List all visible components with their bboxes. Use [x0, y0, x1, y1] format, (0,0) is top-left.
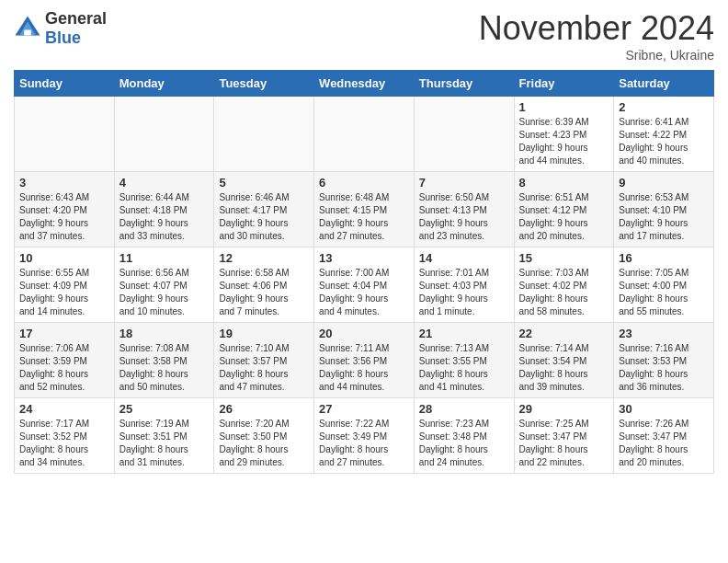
- day-number: 19: [219, 327, 309, 340]
- calendar-cell: 14Sunrise: 7:01 AM Sunset: 4:03 PM Dayli…: [414, 247, 514, 323]
- day-number: 6: [319, 176, 409, 190]
- logo-text: General Blue: [45, 9, 107, 48]
- calendar-cell: [114, 97, 214, 172]
- day-info: Sunrise: 6:48 AM Sunset: 4:15 PM Dayligh…: [319, 191, 409, 243]
- calendar-cell: 22Sunrise: 7:14 AM Sunset: 3:54 PM Dayli…: [514, 323, 614, 398]
- day-number: 28: [419, 402, 509, 416]
- day-info: Sunrise: 7:06 AM Sunset: 3:59 PM Dayligh…: [19, 342, 109, 394]
- calendar-cell: 27Sunrise: 7:22 AM Sunset: 3:49 PM Dayli…: [314, 398, 415, 474]
- day-number: 16: [619, 251, 709, 265]
- calendar-cell: 30Sunrise: 7:26 AM Sunset: 3:47 PM Dayli…: [614, 398, 714, 474]
- week-row-4: 17Sunrise: 7:06 AM Sunset: 3:59 PM Dayli…: [15, 323, 714, 398]
- day-number: 23: [619, 327, 709, 340]
- calendar-cell: 18Sunrise: 7:08 AM Sunset: 3:58 PM Dayli…: [114, 323, 214, 398]
- day-info: Sunrise: 7:13 AM Sunset: 3:55 PM Dayligh…: [419, 342, 509, 394]
- calendar-cell: [214, 97, 314, 172]
- week-row-5: 24Sunrise: 7:17 AM Sunset: 3:52 PM Dayli…: [15, 398, 714, 474]
- col-saturday: Saturday: [614, 71, 714, 97]
- week-row-3: 10Sunrise: 6:55 AM Sunset: 4:09 PM Dayli…: [15, 247, 714, 323]
- title-block: November 2024 Sribne, Ukraine: [479, 9, 714, 63]
- day-number: 8: [519, 176, 609, 190]
- day-number: 13: [319, 251, 409, 265]
- calendar-cell: 25Sunrise: 7:19 AM Sunset: 3:51 PM Dayli…: [114, 398, 214, 474]
- day-info: Sunrise: 6:56 AM Sunset: 4:07 PM Dayligh…: [119, 267, 210, 318]
- calendar-cell: 8Sunrise: 6:51 AM Sunset: 4:12 PM Daylig…: [514, 172, 614, 247]
- day-number: 22: [519, 327, 609, 340]
- day-info: Sunrise: 7:19 AM Sunset: 3:51 PM Dayligh…: [119, 418, 210, 469]
- calendar-cell: 2Sunrise: 6:41 AM Sunset: 4:22 PM Daylig…: [614, 97, 714, 172]
- page: General Blue November 2024 Sribne, Ukrai…: [0, 0, 728, 483]
- week-row-1: 1Sunrise: 6:39 AM Sunset: 4:23 PM Daylig…: [15, 97, 714, 172]
- day-info: Sunrise: 7:25 AM Sunset: 3:47 PM Dayligh…: [519, 418, 609, 469]
- day-number: 3: [19, 176, 109, 190]
- calendar-cell: 10Sunrise: 6:55 AM Sunset: 4:09 PM Dayli…: [15, 247, 115, 323]
- header-row: Sunday Monday Tuesday Wednesday Thursday…: [15, 71, 714, 97]
- day-info: Sunrise: 7:08 AM Sunset: 3:58 PM Dayligh…: [119, 342, 210, 394]
- location-subtitle: Sribne, Ukraine: [479, 48, 714, 63]
- day-info: Sunrise: 7:03 AM Sunset: 4:02 PM Dayligh…: [519, 267, 609, 318]
- calendar-cell: 5Sunrise: 6:46 AM Sunset: 4:17 PM Daylig…: [214, 172, 314, 247]
- day-info: Sunrise: 6:46 AM Sunset: 4:17 PM Dayligh…: [219, 191, 309, 243]
- day-number: 25: [119, 402, 210, 416]
- day-info: Sunrise: 6:55 AM Sunset: 4:09 PM Dayligh…: [19, 267, 109, 318]
- calendar-cell: 1Sunrise: 6:39 AM Sunset: 4:23 PM Daylig…: [514, 97, 614, 172]
- day-number: 24: [19, 402, 109, 416]
- day-number: 10: [19, 251, 109, 265]
- calendar-cell: 21Sunrise: 7:13 AM Sunset: 3:55 PM Dayli…: [414, 323, 514, 398]
- calendar-cell: [314, 97, 415, 172]
- day-number: 15: [519, 251, 609, 265]
- calendar-cell: 15Sunrise: 7:03 AM Sunset: 4:02 PM Dayli…: [514, 247, 614, 323]
- calendar-cell: 4Sunrise: 6:44 AM Sunset: 4:18 PM Daylig…: [114, 172, 214, 247]
- day-info: Sunrise: 7:14 AM Sunset: 3:54 PM Dayligh…: [519, 342, 609, 394]
- col-tuesday: Tuesday: [214, 71, 314, 97]
- calendar-cell: 26Sunrise: 7:20 AM Sunset: 3:50 PM Dayli…: [214, 398, 314, 474]
- logo-icon: [14, 15, 41, 42]
- day-number: 12: [219, 251, 309, 265]
- day-info: Sunrise: 7:10 AM Sunset: 3:57 PM Dayligh…: [219, 342, 309, 394]
- day-info: Sunrise: 7:01 AM Sunset: 4:03 PM Dayligh…: [419, 267, 509, 318]
- calendar-cell: 19Sunrise: 7:10 AM Sunset: 3:57 PM Dayli…: [214, 323, 314, 398]
- calendar-table: Sunday Monday Tuesday Wednesday Thursday…: [14, 70, 714, 474]
- col-friday: Friday: [514, 71, 614, 97]
- calendar-cell: 9Sunrise: 6:53 AM Sunset: 4:10 PM Daylig…: [614, 172, 714, 247]
- day-info: Sunrise: 7:23 AM Sunset: 3:48 PM Dayligh…: [419, 418, 509, 469]
- day-info: Sunrise: 6:53 AM Sunset: 4:10 PM Dayligh…: [619, 191, 709, 243]
- day-number: 9: [619, 176, 709, 190]
- day-number: 26: [219, 402, 309, 416]
- col-thursday: Thursday: [414, 71, 514, 97]
- logo-blue-text: Blue: [45, 29, 107, 48]
- day-info: Sunrise: 6:51 AM Sunset: 4:12 PM Dayligh…: [519, 191, 609, 243]
- day-number: 11: [119, 251, 210, 265]
- day-info: Sunrise: 7:26 AM Sunset: 3:47 PM Dayligh…: [619, 418, 709, 469]
- day-number: 14: [419, 251, 509, 265]
- day-number: 1: [519, 100, 609, 114]
- calendar-cell: 23Sunrise: 7:16 AM Sunset: 3:53 PM Dayli…: [614, 323, 714, 398]
- day-info: Sunrise: 7:16 AM Sunset: 3:53 PM Dayligh…: [619, 342, 709, 394]
- day-info: Sunrise: 7:17 AM Sunset: 3:52 PM Dayligh…: [19, 418, 109, 469]
- day-number: 21: [419, 327, 509, 340]
- calendar-cell: 28Sunrise: 7:23 AM Sunset: 3:48 PM Dayli…: [414, 398, 514, 474]
- logo-general-text: General: [45, 9, 107, 29]
- month-title: November 2024: [479, 9, 714, 48]
- col-wednesday: Wednesday: [314, 71, 415, 97]
- col-monday: Monday: [114, 71, 214, 97]
- calendar-cell: 3Sunrise: 6:43 AM Sunset: 4:20 PM Daylig…: [15, 172, 115, 247]
- logo: General Blue: [14, 9, 107, 48]
- day-number: 30: [619, 402, 709, 416]
- day-number: 4: [119, 176, 210, 190]
- day-info: Sunrise: 7:22 AM Sunset: 3:49 PM Dayligh…: [319, 418, 409, 469]
- day-number: 20: [319, 327, 409, 340]
- day-info: Sunrise: 6:41 AM Sunset: 4:22 PM Dayligh…: [619, 116, 709, 167]
- day-number: 5: [219, 176, 309, 190]
- day-info: Sunrise: 7:00 AM Sunset: 4:04 PM Dayligh…: [319, 267, 409, 318]
- day-number: 29: [519, 402, 609, 416]
- day-number: 18: [119, 327, 210, 340]
- day-info: Sunrise: 7:05 AM Sunset: 4:00 PM Dayligh…: [619, 267, 709, 318]
- calendar-cell: 7Sunrise: 6:50 AM Sunset: 4:13 PM Daylig…: [414, 172, 514, 247]
- day-info: Sunrise: 7:20 AM Sunset: 3:50 PM Dayligh…: [219, 418, 309, 469]
- header: General Blue November 2024 Sribne, Ukrai…: [14, 9, 714, 63]
- calendar-cell: 17Sunrise: 7:06 AM Sunset: 3:59 PM Dayli…: [15, 323, 115, 398]
- week-row-2: 3Sunrise: 6:43 AM Sunset: 4:20 PM Daylig…: [15, 172, 714, 247]
- calendar-cell: 13Sunrise: 7:00 AM Sunset: 4:04 PM Dayli…: [314, 247, 415, 323]
- calendar-cell: [414, 97, 514, 172]
